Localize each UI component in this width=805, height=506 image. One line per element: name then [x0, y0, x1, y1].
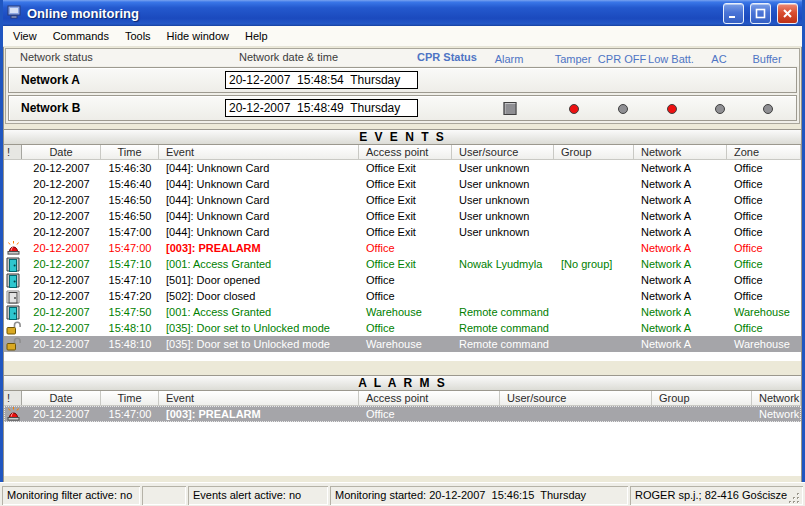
status-bar: Monitoring filter active: noEvents alert…: [0, 482, 805, 506]
door-icon: [4, 272, 22, 288]
network-row-network-b[interactable]: Network B20-12-2007 15:48:49 Thursday: [8, 95, 797, 121]
cpr-off-indicator: [618, 104, 628, 114]
table-row[interactable]: 20-12-200715:48:10[035]: Door set to Unl…: [4, 320, 801, 336]
column-header-network[interactable]: Network: [752, 391, 801, 405]
alarm-indicator: [504, 102, 517, 115]
padlock-open-icon: [4, 320, 22, 336]
cell-date: 20-12-2007: [22, 176, 101, 192]
cell-time: 15:47:20: [101, 288, 159, 304]
cell-time: 15:47:00: [101, 406, 159, 422]
table-row[interactable]: 20-12-200715:47:10[001: Access GrantedOf…: [4, 256, 801, 272]
column-header-user-source[interactable]: User/source: [452, 145, 554, 159]
padlock-open-icon: [4, 336, 22, 352]
column-header-event[interactable]: Event: [159, 145, 359, 159]
siren-icon: [4, 240, 22, 256]
cell-event: [001: Access Granted: [159, 256, 359, 272]
cell-event: [035]: Door set to Unlocked mode: [159, 320, 359, 336]
cell-zone: Office: [727, 160, 801, 176]
table-row[interactable]: 20-12-200715:47:20[502]: Door closedOffi…: [4, 288, 801, 304]
column-header-time[interactable]: Time: [101, 391, 159, 405]
column-header-date[interactable]: Date: [22, 145, 101, 159]
indicator-column-header-ac: AC: [711, 53, 726, 65]
close-button[interactable]: [777, 3, 798, 24]
title-bar[interactable]: Online monitoring: [3, 0, 802, 26]
menu-item-commands[interactable]: Commands: [45, 27, 117, 45]
cell-zone: Office: [727, 240, 801, 256]
column-header-user-source[interactable]: User/source: [500, 391, 652, 405]
indicator-column-header-tamper: Tamper: [555, 53, 592, 65]
network-datetime-field: 20-12-2007 15:48:49 Thursday: [225, 99, 418, 117]
menu-item-view[interactable]: View: [5, 27, 45, 45]
cell-time: 15:48:10: [101, 336, 159, 352]
column-header-group[interactable]: Group: [652, 391, 752, 405]
network-status-panel: Network status Network date & time CPR S…: [5, 48, 800, 124]
cell-event: [001: Access Granted: [159, 304, 359, 320]
network-row-network-a[interactable]: Network A20-12-2007 15:48:54 Thursday: [8, 67, 797, 93]
column-header-zone[interactable]: Zone: [727, 145, 801, 159]
cell-zone: Office: [727, 288, 801, 304]
table-row[interactable]: 20-12-200715:46:40[044]: Unknown CardOff…: [4, 176, 801, 192]
table-row[interactable]: 20-12-200715:47:00[044]: Unknown CardOff…: [4, 224, 801, 240]
cell-access-point: Office: [359, 288, 452, 304]
cell-event: [044]: Unknown Card: [159, 192, 359, 208]
cell-network: Network A: [752, 406, 801, 422]
table-row[interactable]: 20-12-200715:46:50[044]: Unknown CardOff…: [4, 208, 801, 224]
cell-event: [501]: Door opened: [159, 272, 359, 288]
table-row[interactable]: 20-12-200715:46:50[044]: Unknown CardOff…: [4, 192, 801, 208]
monitoring-filter-status: Monitoring filter active: no: [2, 486, 140, 505]
network-status-header: Network status: [20, 51, 93, 63]
cell-time: 15:46:40: [101, 176, 159, 192]
cell-date: 20-12-2007: [22, 256, 101, 272]
menu-item-tools[interactable]: Tools: [117, 27, 159, 45]
table-row[interactable]: 20-12-200715:47:50[001: Access GrantedWa…: [4, 304, 801, 320]
cell-access-point: Office Exit: [359, 224, 452, 240]
cell-network: Network A: [634, 160, 727, 176]
cell-time: 15:47:10: [101, 272, 159, 288]
cell-user-source: Remote command: [452, 336, 554, 352]
menu-item-hide-window[interactable]: Hide window: [159, 27, 237, 45]
cell-group: [554, 192, 634, 208]
column-header-date[interactable]: Date: [22, 391, 101, 405]
cell-access-point: Warehouse: [359, 304, 452, 320]
cell-time: 15:48:10: [101, 320, 159, 336]
events-section-header: E V E N T S: [4, 129, 801, 145]
door-closed-icon: [4, 288, 22, 304]
cell-zone: Office: [727, 176, 801, 192]
cell-access-point: Office: [359, 240, 452, 256]
table-row[interactable]: 20-12-200715:47:00[003]: PREALARMOfficeN…: [4, 406, 801, 422]
column-header-time[interactable]: Time: [101, 145, 159, 159]
cell-user-source: [452, 288, 554, 304]
cell-zone: Warehouse: [727, 336, 801, 352]
company-info-text: ROGER sp.j.; 82-416 Gościsze: [635, 486, 787, 505]
maximize-button[interactable]: [750, 3, 771, 24]
door-icon: [4, 304, 22, 320]
cell-group: [554, 304, 634, 320]
column-header-priority[interactable]: !: [4, 145, 22, 159]
column-header-access-point[interactable]: Access point: [359, 145, 452, 159]
table-row[interactable]: 20-12-200715:48:10[035]: Door set to Unl…: [4, 336, 801, 352]
table-row[interactable]: 20-12-200715:47:00[003]: PREALARMOfficeN…: [4, 240, 801, 256]
column-header-event[interactable]: Event: [159, 391, 359, 405]
company-info: ROGER sp.j.; 82-416 Gościsze: [630, 486, 803, 505]
column-header-group[interactable]: Group: [554, 145, 634, 159]
column-header-access-point[interactable]: Access point: [359, 391, 500, 405]
cell-event: [003]: PREALARM: [159, 406, 359, 422]
cell-access-point: Office Exit: [359, 160, 452, 176]
resize-grip[interactable]: [788, 492, 801, 505]
menu-item-help[interactable]: Help: [237, 27, 276, 45]
table-row[interactable]: 20-12-200715:46:30[044]: Unknown CardOff…: [4, 160, 801, 176]
cell-date: 20-12-2007: [22, 320, 101, 336]
column-header-network[interactable]: Network: [634, 145, 727, 159]
minimize-button[interactable]: [723, 3, 744, 24]
cell-group: [554, 288, 634, 304]
alarms-table-body: 20-12-200715:47:00[003]: PREALARMOfficeN…: [4, 406, 801, 476]
network-datetime-field: 20-12-2007 15:48:54 Thursday: [225, 71, 418, 89]
cell-network: Network A: [634, 272, 727, 288]
cell-network: Network A: [634, 240, 727, 256]
column-header-priority[interactable]: !: [4, 391, 22, 405]
cell-access-point: Office Exit: [359, 256, 452, 272]
no-icon: [4, 208, 22, 224]
cell-user-source: User unknown: [452, 224, 554, 240]
cell-network: Network A: [634, 304, 727, 320]
table-row[interactable]: 20-12-200715:47:10[501]: Door openedOffi…: [4, 272, 801, 288]
